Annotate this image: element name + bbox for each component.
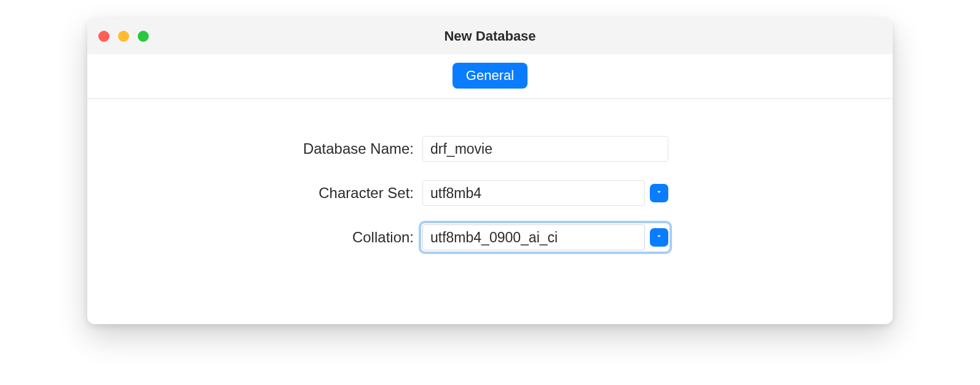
row-character-set: Character Set: [112,180,868,206]
window-title: New Database [87,28,893,44]
character-set-dropdown-button[interactable] [650,184,668,202]
character-set-input[interactable] [422,180,645,206]
close-window-button[interactable] [98,31,109,42]
label-collation: Collation: [112,229,422,246]
chevron-down-icon [655,232,663,243]
form-area: Database Name: Character Set: Collation: [87,99,893,324]
collation-input[interactable] [422,224,645,250]
titlebar: New Database [87,18,893,54]
label-character-set: Character Set: [112,185,422,202]
collation-combo [419,221,672,254]
row-collation: Collation: [112,224,868,250]
row-database-name: Database Name: [112,136,868,162]
dialog-window: New Database General Database Name: Char… [87,18,893,324]
tab-bar: General [87,54,893,99]
chevron-down-icon [655,188,663,199]
character-set-combo [422,180,668,206]
database-name-input-wrap [422,136,668,162]
minimize-window-button[interactable] [118,31,129,42]
maximize-window-button[interactable] [138,31,149,42]
collation-dropdown-button[interactable] [650,228,668,247]
database-name-input[interactable] [422,136,668,162]
window-controls [98,31,149,42]
tab-general[interactable]: General [452,63,528,89]
label-database-name: Database Name: [112,140,422,157]
